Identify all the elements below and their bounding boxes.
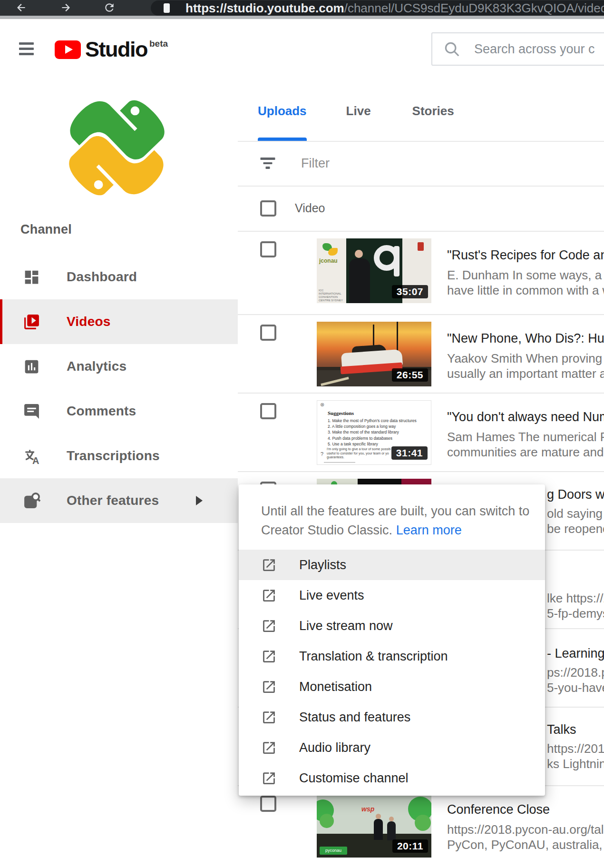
video-desc-fragment: ks Lightning xyxy=(547,757,604,771)
open-in-new-icon xyxy=(261,740,277,756)
channel-avatar-python-logo[interactable] xyxy=(66,97,168,199)
video-desc-fragment: be reopened xyxy=(547,522,604,536)
table-header-row: Video xyxy=(238,186,604,231)
sidebar-item-label: Transcriptions xyxy=(67,448,160,464)
popup-message: Until all the features are built, you ca… xyxy=(261,502,529,540)
popup-item-status-and-features[interactable]: Status and features xyxy=(239,702,545,732)
video-title[interactable]: Conference Close xyxy=(447,802,550,817)
popup-item-live-stream-now[interactable]: Live stream now xyxy=(239,611,545,641)
video-description-line1: Yaakov Smith When proving so xyxy=(447,351,604,366)
slide-question-mark: ? xyxy=(321,451,323,457)
svg-text:A: A xyxy=(32,455,39,465)
browser-toolbar: https://studio.youtube.com/channel/UCS9s… xyxy=(0,0,604,16)
url-path: /channel/UCS9sdEyduD9K83K3GkvQIOA/videos xyxy=(344,1,604,15)
duration-badge: 26:55 xyxy=(392,368,428,382)
open-in-new-icon xyxy=(261,588,277,603)
youtube-play-icon xyxy=(55,40,81,59)
sidebar-item-analytics[interactable]: Analytics xyxy=(0,344,238,389)
youtube-studio-logo[interactable]: Studio beta xyxy=(55,39,168,60)
row-checkbox[interactable] xyxy=(260,403,276,419)
video-thumbnail[interactable]: 26:55 xyxy=(317,322,431,386)
row-checkbox[interactable] xyxy=(260,241,276,257)
browser-forward-icon[interactable] xyxy=(59,1,72,14)
sidebar-item-other-features[interactable]: Other features xyxy=(0,478,238,523)
open-in-new-icon xyxy=(261,649,277,664)
video-description-line2: communities are mature and p xyxy=(447,445,604,460)
browser-refresh-icon[interactable] xyxy=(103,1,116,14)
tab-stories[interactable]: Stories xyxy=(412,81,454,141)
popup-item-translation-transcription[interactable]: Translation & transcription xyxy=(239,641,545,671)
filter-placeholder: Filter xyxy=(301,156,330,171)
filter-bar[interactable]: Filter xyxy=(238,141,604,187)
chrome-bottom-strip xyxy=(0,16,604,19)
sidebar-nav: Dashboard Videos Analytics Comments A Tr… xyxy=(0,255,238,523)
analytics-icon xyxy=(23,358,40,375)
sidebar-section-label: Channel xyxy=(20,222,72,237)
video-title[interactable]: "New Phone, Who Dis?: Huma xyxy=(447,331,604,346)
row-checkbox[interactable] xyxy=(260,325,276,341)
other-features-popup: Until all the features are built, you ca… xyxy=(239,484,545,796)
table-row[interactable]: 26:55 "New Phone, Who Dis?: Huma Yaakov … xyxy=(238,314,604,394)
open-in-new-icon xyxy=(261,618,277,634)
video-thumbnail[interactable]: ⊗ Suggestions 1. Make the most of Python… xyxy=(317,400,431,465)
search-input[interactable] xyxy=(473,41,604,57)
open-in-new-icon xyxy=(261,710,277,725)
sidebar-item-videos[interactable]: Videos xyxy=(0,299,238,344)
comments-icon xyxy=(23,403,40,420)
menu-hamburger-icon[interactable] xyxy=(19,42,34,55)
duration-badge: 35:07 xyxy=(392,285,428,298)
video-title-fragment: Talks xyxy=(547,722,576,737)
row-checkbox[interactable] xyxy=(260,796,276,812)
youtube-studio-page: https://studio.youtube.com/channel/UCS9s… xyxy=(0,0,604,868)
popup-item-live-events[interactable]: Live events xyxy=(239,580,545,611)
active-tab-underline xyxy=(258,138,307,141)
table-row[interactable]: jconau ICC INTERNATIONAL CONVENTION CENT… xyxy=(238,231,604,315)
video-desc-fragment: old saying g xyxy=(547,506,604,521)
table-row[interactable]: wsp pyconau 20:11 Conference Close https… xyxy=(238,785,604,868)
video-description-line2: PyCon, PyConAU, australia, pro xyxy=(447,838,604,852)
dashboard-icon xyxy=(23,268,40,286)
tab-live[interactable]: Live xyxy=(346,81,371,141)
table-row[interactable]: ⊗ Suggestions 1. Make the most of Python… xyxy=(238,393,604,472)
popup-item-playlists[interactable]: Playlists xyxy=(239,550,545,580)
url-host: https://studio.youtube.com xyxy=(185,1,344,15)
popup-item-customise-channel[interactable]: Customise channel xyxy=(239,763,545,793)
thumb-caption: jconau xyxy=(319,257,338,264)
column-header-video: Video xyxy=(295,201,325,215)
videos-icon xyxy=(23,313,40,331)
video-thumbnail[interactable]: wsp pyconau 20:11 xyxy=(317,793,431,858)
video-desc-fragment: https://201 xyxy=(547,741,604,756)
tab-uploads[interactable]: Uploads xyxy=(258,81,307,141)
thumb-caption: pyconau xyxy=(320,847,347,855)
url-text[interactable]: https://studio.youtube.com/channel/UCS9s… xyxy=(185,1,604,16)
sidebar-item-dashboard[interactable]: Dashboard xyxy=(0,255,238,299)
search-box[interactable] xyxy=(431,32,604,66)
open-in-new-icon xyxy=(261,770,277,786)
learn-more-link[interactable]: Learn more xyxy=(396,523,462,537)
video-desc-fragment: 5-you-have-c xyxy=(547,681,604,695)
select-all-checkbox[interactable] xyxy=(260,200,276,217)
sidebar-item-comments[interactable]: Comments xyxy=(0,389,238,434)
app-header: Studio beta xyxy=(0,19,604,82)
product-name: Studio xyxy=(85,37,147,62)
site-page-icon xyxy=(164,3,170,13)
slide-close-mark: ⊗ xyxy=(320,402,324,408)
video-thumbnail[interactable]: jconau ICC INTERNATIONAL CONVENTION CENT… xyxy=(317,238,431,303)
filter-icon xyxy=(260,158,275,169)
thumb-venue-text: ICC INTERNATIONAL CONVENTION CENTRE SYDN… xyxy=(319,289,345,302)
browser-back-icon[interactable] xyxy=(15,1,28,14)
video-description-line1: E. Dunham In some ways, a bro xyxy=(447,268,604,283)
video-description-line2: usually an important matter an xyxy=(447,366,604,381)
video-description-line1: Sam Hames The numerical Pyt xyxy=(447,430,604,444)
video-desc-fragment: ps://2018.p xyxy=(547,665,604,680)
video-title-fragment: g Doors with xyxy=(547,487,604,502)
beta-badge: beta xyxy=(149,39,168,49)
video-title[interactable]: "Rust's Recipes for Code and xyxy=(447,248,604,263)
duration-badge: 31:41 xyxy=(391,446,428,460)
popup-item-audio-library[interactable]: Audio library xyxy=(239,732,545,763)
tab-bar: Uploads Live Stories xyxy=(238,81,604,142)
video-title[interactable]: "You don't always need NumP xyxy=(447,410,604,424)
popup-item-monetisation[interactable]: Monetisation xyxy=(239,671,545,702)
slide-title: Suggestions xyxy=(328,410,354,416)
sidebar-item-transcriptions[interactable]: A Transcriptions xyxy=(0,434,238,478)
